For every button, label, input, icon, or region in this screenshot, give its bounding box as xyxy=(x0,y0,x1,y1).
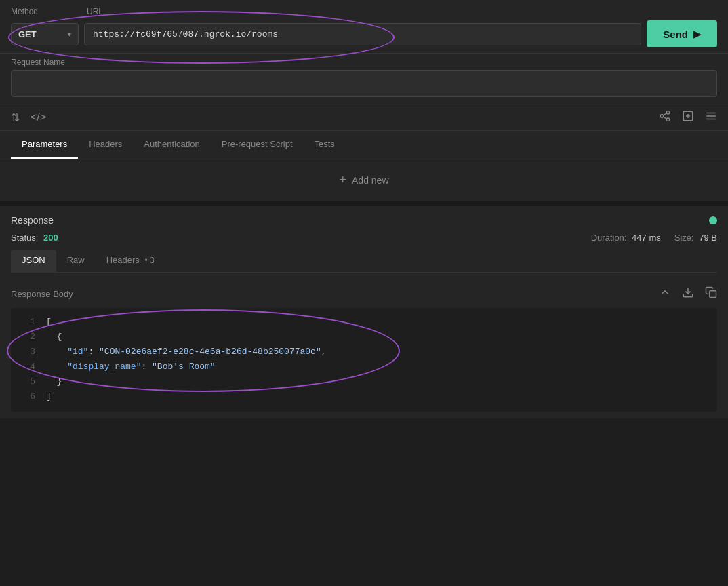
status-label: Status: xyxy=(11,233,38,243)
response-tabs: JSON Raw Headers • 3 xyxy=(11,250,717,273)
status-code: 200 xyxy=(43,233,58,243)
send-button[interactable]: Send ▶ xyxy=(647,20,717,47)
sort-icon[interactable]: ⇅ xyxy=(11,111,20,124)
code-line-2: 2 { xyxy=(11,330,717,345)
svg-line-4 xyxy=(663,113,666,115)
response-title: Response xyxy=(11,215,54,226)
url-label: URL xyxy=(87,7,717,16)
main-container: Method URL GET ▾ Send ▶ Request Name ⇅ <… xyxy=(0,0,728,586)
send-label: Send xyxy=(663,28,688,40)
method-url-row: GET ▾ Send ▶ xyxy=(11,20,717,47)
svg-line-3 xyxy=(663,117,666,119)
svg-point-2 xyxy=(666,118,670,121)
response-body-actions xyxy=(659,286,717,301)
expand-collapse-icon[interactable] xyxy=(659,286,671,301)
share-icon[interactable] xyxy=(659,110,671,125)
response-section: Response Status: 200 Duration: 447 ms Si… xyxy=(0,206,728,279)
code-line-4: 4 "display_name": "Bob's Room" xyxy=(11,359,717,374)
method-select[interactable]: GET ▾ xyxy=(11,23,79,45)
size-label: Size: 79 B xyxy=(674,233,717,243)
tab-pre-request-script[interactable]: Pre-request Script xyxy=(211,131,304,159)
url-input[interactable] xyxy=(84,23,641,45)
tab-authentication[interactable]: Authentication xyxy=(133,131,210,159)
resp-tab-json[interactable]: JSON xyxy=(11,250,56,272)
toolbar-right xyxy=(659,110,717,125)
code-ellipse-container: 1 [ 2 { 3 "id": "CON-02e6aef2-e28c-4e6a-… xyxy=(11,308,717,412)
request-name-input[interactable] xyxy=(11,70,717,97)
duration-label: Duration: 447 ms xyxy=(591,233,661,243)
meta-info: Duration: 447 ms Size: 79 B xyxy=(591,233,717,243)
method-url-labels: Method URL xyxy=(11,7,717,16)
headers-badge: • 3 xyxy=(144,256,154,265)
response-body-header: Response Body xyxy=(11,286,717,301)
code-icon[interactable]: </> xyxy=(31,111,46,123)
download-icon[interactable] xyxy=(682,286,694,301)
plus-icon: + xyxy=(340,173,347,187)
code-block: 1 [ 2 { 3 "id": "CON-02e6aef2-e28c-4e6a-… xyxy=(11,308,717,412)
svg-point-1 xyxy=(660,115,664,118)
tabs-section: Parameters Headers Authentication Pre-re… xyxy=(0,131,728,159)
send-icon: ▶ xyxy=(693,28,701,39)
code-line-3: 3 "id": "CON-02e6aef2-e28c-4e6a-b26d-48b… xyxy=(11,345,717,359)
add-new-button[interactable]: + Add new xyxy=(340,173,389,187)
toolbar-left: ⇅ </> xyxy=(11,111,46,124)
add-tab-icon[interactable] xyxy=(682,110,694,125)
url-input-container xyxy=(84,23,641,45)
response-body-title: Response Body xyxy=(11,289,73,299)
response-header: Response xyxy=(11,215,717,226)
method-text: GET xyxy=(18,29,37,39)
resp-tab-raw[interactable]: Raw xyxy=(56,250,96,272)
code-line-1: 1 [ xyxy=(11,315,717,330)
request-bar-section: Method URL GET ▾ Send ▶ xyxy=(0,0,728,54)
code-line-6: 6 ] xyxy=(11,389,717,404)
menu-icon[interactable] xyxy=(705,110,717,125)
chevron-down-icon: ▾ xyxy=(68,31,71,38)
method-label: Method xyxy=(11,7,79,16)
tab-tests[interactable]: Tests xyxy=(304,131,346,159)
add-new-label: Add new xyxy=(352,175,388,186)
status-row: Status: 200 Duration: 447 ms Size: 79 B xyxy=(11,233,717,243)
tab-parameters[interactable]: Parameters xyxy=(11,131,78,159)
request-name-section: Request Name xyxy=(0,54,728,104)
svg-point-0 xyxy=(666,111,670,115)
resp-tab-headers[interactable]: Headers • 3 xyxy=(96,250,165,272)
status-text: Status: 200 xyxy=(11,233,58,243)
code-line-5: 5 } xyxy=(11,374,717,389)
response-status-dot xyxy=(709,216,717,224)
svg-rect-12 xyxy=(710,291,716,298)
copy-icon[interactable] xyxy=(705,286,717,301)
request-name-label: Request Name xyxy=(11,58,717,67)
add-new-section: + Add new xyxy=(0,159,728,201)
response-body-section: Response Body xyxy=(0,279,728,418)
toolbar: ⇅ </> xyxy=(0,104,728,131)
tab-headers[interactable]: Headers xyxy=(78,131,133,159)
